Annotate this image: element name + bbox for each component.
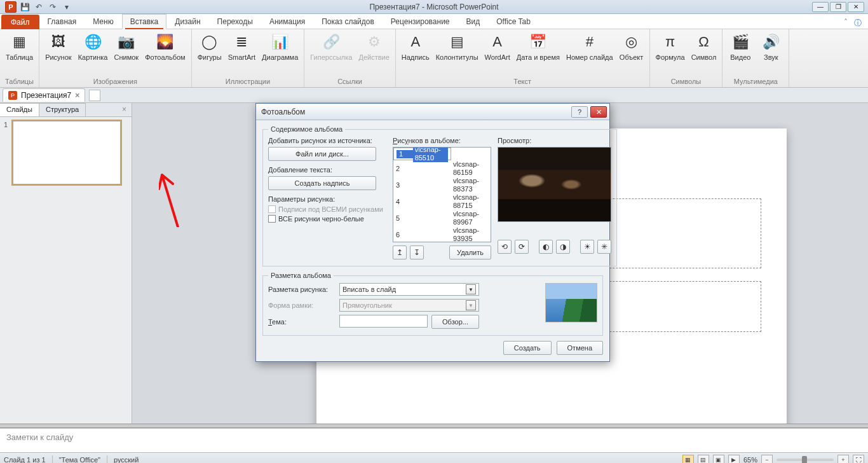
create-button[interactable]: Создать — [503, 341, 552, 355]
move-down-button[interactable]: ↧ — [410, 245, 424, 259]
status-bar: Слайд 1 из 1 "Тема Office" русский ▦ ▤ ▣… — [0, 452, 868, 463]
save-icon[interactable]: 💾 — [19, 1, 31, 13]
powerpoint-logo-icon: P — [5, 1, 17, 13]
minimize-button[interactable]: — — [812, 2, 829, 12]
list-item[interactable]: 2vlcsnap-86159 — [393, 160, 491, 177]
object-button[interactable]: ◎Объект — [616, 31, 647, 62]
brightness-up-button[interactable]: ☀ — [580, 240, 594, 254]
pane-tab-slides[interactable]: Слайды — [0, 103, 39, 116]
picture-layout-label: Разметка рисунка: — [268, 286, 336, 293]
quick-access-toolbar: P 💾 ↶ ↷ ▾ — [5, 1, 72, 13]
picture-layout-select[interactable]: Вписать в слайд▼ — [339, 283, 479, 296]
contrast-up-button[interactable]: ◐ — [539, 240, 553, 254]
new-document-icon[interactable] — [89, 90, 100, 101]
delete-button[interactable]: Удалить — [449, 245, 491, 259]
symbol-icon: Ω — [694, 32, 714, 52]
headerfooter-button[interactable]: ▤Колонтитулы — [433, 31, 482, 62]
list-item[interactable]: 4vlcsnap-88715 — [393, 193, 491, 210]
presentation-icon: P — [8, 91, 17, 100]
tab-вид[interactable]: Вид — [458, 14, 489, 29]
move-up-button[interactable]: ↥ — [393, 245, 407, 259]
rotate-right-button[interactable]: ⟳ — [515, 240, 529, 254]
table-icon: ▦ — [10, 32, 30, 52]
ribbon: ▦ТаблицаТаблицы🖼Рисунок🌐Картинка📷Снимок🌄… — [0, 29, 868, 88]
audio-button[interactable]: 🔊Звук — [756, 31, 786, 62]
document-tab[interactable]: P Презентация7 × — [3, 88, 85, 102]
chart-button[interactable]: 📊Диаграмма — [259, 31, 301, 62]
ribbon-minimize-icon[interactable]: ˄ — [844, 18, 848, 29]
screenshot-button[interactable]: 📷Снимок — [111, 31, 142, 62]
theme-input[interactable] — [339, 315, 428, 328]
tab-рецензирование[interactable]: Рецензирование — [383, 14, 458, 29]
list-item[interactable]: 6vlcsnap-93935 — [393, 226, 491, 242]
brightness-down-button[interactable]: ✳ — [597, 240, 611, 254]
slidenum-button[interactable]: #Номер слайда — [563, 31, 616, 62]
video-button[interactable]: 🎬Видео — [725, 31, 756, 62]
reading-view-button[interactable]: ▣ — [713, 455, 724, 464]
contrast-down-button[interactable]: ◑ — [556, 240, 570, 254]
list-item[interactable]: 3vlcsnap-88373 — [393, 177, 491, 193]
shapes-button[interactable]: ◯Фигуры — [194, 31, 225, 62]
dialog-titlebar[interactable]: Фотоальбом ? ✕ — [256, 104, 609, 120]
wordart-button[interactable]: AWordArt — [482, 31, 513, 62]
picture-button[interactable]: 🖼Рисунок — [42, 31, 75, 62]
tab-анимация[interactable]: Анимация — [261, 14, 313, 29]
tab-дизайн[interactable]: Дизайн — [166, 14, 208, 29]
tab-показ слайдов[interactable]: Показ слайдов — [313, 14, 383, 29]
notes-splitter[interactable] — [0, 424, 868, 428]
close-tab-icon[interactable]: × — [75, 91, 79, 100]
add-from-label: Добавить рисунок из источника: — [268, 137, 386, 144]
zoom-out-button[interactable]: − — [761, 455, 773, 464]
photoalbum-button[interactable]: 🌄Фотоальбом — [142, 31, 189, 62]
table-button[interactable]: ▦Таблица — [3, 31, 36, 62]
normal-view-button[interactable]: ▦ — [682, 455, 694, 464]
group-label: Изображения — [42, 76, 189, 87]
smartart-button[interactable]: ≣SmartArt — [225, 31, 259, 62]
notes-pane[interactable]: Заметки к слайду — [0, 428, 868, 452]
redo-icon[interactable]: ↷ — [47, 1, 58, 13]
qat-dropdown-icon[interactable]: ▾ — [61, 1, 72, 13]
dialog-close-button[interactable]: ✕ — [590, 106, 607, 118]
zoom-in-button[interactable]: + — [837, 455, 849, 464]
rotate-left-button[interactable]: ⟲ — [498, 240, 512, 254]
clipart-icon: 🌐 — [83, 32, 103, 52]
equation-button[interactable]: πФормула — [653, 31, 688, 62]
cancel-button[interactable]: Отмена — [557, 341, 603, 355]
clipart-button[interactable]: 🌐Картинка — [75, 31, 111, 62]
blackwhite-checkbox[interactable]: ВСЕ рисунки черно-белые — [268, 215, 386, 223]
tab-вставка[interactable]: Вставка — [122, 14, 167, 29]
undo-icon[interactable]: ↶ — [33, 1, 44, 13]
tab-file[interactable]: Файл — [1, 15, 39, 29]
shapes-icon: ◯ — [200, 32, 220, 52]
pane-tab-outline[interactable]: Структура — [39, 103, 86, 116]
tab-office tab[interactable]: Office Tab — [488, 14, 539, 29]
list-item[interactable]: 1vlcsnap-85510 — [393, 148, 451, 160]
status-language[interactable]: русский — [114, 456, 139, 464]
close-window-button[interactable]: ✕ — [848, 2, 864, 12]
pictures-listbox[interactable]: 1vlcsnap-855102vlcsnap-861593vlcsnap-883… — [393, 147, 491, 242]
tab-меню[interactable]: Меню — [85, 14, 121, 29]
list-item[interactable]: 5vlcsnap-89967 — [393, 210, 491, 226]
tab-главная[interactable]: Главная — [39, 14, 85, 29]
help-icon[interactable]: ⓘ — [854, 18, 862, 29]
file-or-disk-button[interactable]: Файл или диск... — [268, 147, 376, 161]
document-tab-bar: P Презентация7 × — [0, 88, 868, 103]
chevron-down-icon: ▼ — [466, 284, 476, 294]
sorter-view-button[interactable]: ▤ — [698, 455, 709, 464]
textbox-button[interactable]: AНадпись — [398, 31, 433, 62]
album-content-legend: Содержимое альбома — [268, 125, 345, 133]
slideshow-view-button[interactable]: ▶ — [728, 455, 740, 464]
tab-переходы[interactable]: Переходы — [209, 14, 261, 29]
zoom-slider[interactable] — [776, 459, 834, 461]
slide-thumbnail[interactable] — [13, 121, 121, 184]
browse-button[interactable]: Обзор... — [431, 315, 479, 329]
fit-view-button[interactable]: ⛶ — [853, 455, 864, 464]
symbol-button[interactable]: ΩСимвол — [688, 31, 720, 62]
datetime-button[interactable]: 📅Дата и время — [513, 31, 563, 62]
dialog-help-button[interactable]: ? — [571, 106, 588, 118]
create-caption-button[interactable]: Создать надпись — [268, 176, 376, 190]
pane-close-icon[interactable]: × — [117, 103, 132, 116]
ribbon-group: 🖼Рисунок🌐Картинка📷Снимок🌄ФотоальбомИзобр… — [39, 29, 192, 87]
wordart-icon: A — [487, 32, 508, 52]
maximize-button[interactable]: ❐ — [830, 2, 846, 12]
